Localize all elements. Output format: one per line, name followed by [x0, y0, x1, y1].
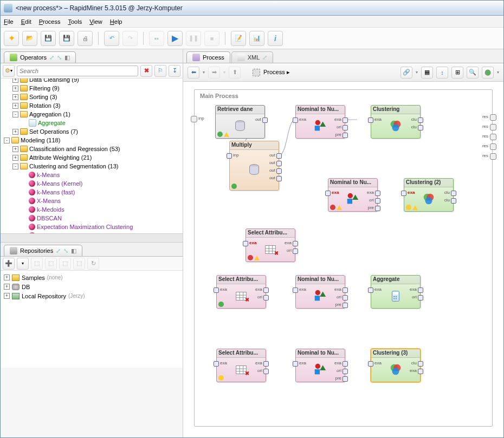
- repo-refresh-button[interactable]: ↻: [87, 258, 99, 270]
- expander-icon[interactable]: +: [12, 79, 18, 83]
- tree-row[interactable]: Expectation Maximization Clustering: [1, 223, 183, 231]
- tree-row[interactable]: -Clustering and Segmentation (13): [1, 162, 183, 171]
- out-port[interactable]: [343, 287, 348, 293]
- in-port[interactable]: [227, 153, 232, 159]
- pause-button[interactable]: ❚❚: [186, 31, 201, 46]
- expander-icon[interactable]: +: [12, 94, 18, 100]
- expander-icon[interactable]: +: [4, 284, 10, 290]
- tree-row[interactable]: +Classification and Regression (53): [1, 145, 183, 153]
- operators-tab[interactable]: Operators ⤢ ⤡ ◧: [4, 51, 76, 63]
- tree-row[interactable]: DBSCAN: [1, 214, 183, 223]
- out-port[interactable]: [343, 133, 348, 138]
- tree-row[interactable]: Aggregate: [1, 119, 183, 127]
- repo-btn5[interactable]: ⬚: [73, 258, 85, 270]
- repo-btn3[interactable]: ⬚: [45, 258, 57, 270]
- collapse-icon[interactable]: ⤢: [262, 54, 267, 61]
- menu-tools[interactable]: Tools: [68, 18, 82, 25]
- out-port[interactable]: [343, 125, 348, 130]
- run-button[interactable]: ▶: [167, 31, 183, 46]
- hscroll[interactable]: [1, 233, 183, 242]
- in-port[interactable]: [293, 287, 298, 293]
- operator-selattr1[interactable]: Select Attribu...✖exaexaori: [245, 228, 295, 262]
- out-port[interactable]: [263, 295, 269, 300]
- process-input-port[interactable]: [191, 116, 197, 122]
- expander-icon[interactable]: +: [12, 155, 18, 161]
- tree-row[interactable]: +Sorting (3): [1, 93, 183, 101]
- process-output-port[interactable]: [490, 124, 496, 130]
- out-port[interactable]: [375, 191, 380, 196]
- process-canvas[interactable]: Main Process inp Retrieve daneoutNominal…: [194, 89, 493, 427]
- in-port[interactable]: [368, 287, 373, 293]
- operator-nom4[interactable]: Nominal to Nu...exaexaoripre: [295, 349, 345, 382]
- expand-icon[interactable]: ⤡: [57, 54, 62, 61]
- menu-edit[interactable]: Edit: [21, 18, 31, 25]
- pin-icon[interactable]: ◧: [64, 54, 70, 61]
- operator-multiply[interactable]: Multiplyinpoutoutoutout: [229, 141, 279, 191]
- out-port[interactable]: [418, 369, 423, 374]
- out-port[interactable]: [343, 303, 348, 308]
- tree-row[interactable]: +Filtering (9): [1, 84, 183, 93]
- operator-nom1[interactable]: Nominal to Nu...exaexaoripre: [295, 105, 345, 139]
- xml-tab[interactable]: XML ⤢: [231, 51, 274, 63]
- out-port[interactable]: [451, 198, 456, 204]
- collapse-icon[interactable]: ⤢: [49, 54, 54, 61]
- menu-file[interactable]: File: [4, 18, 14, 25]
- repo-row[interactable]: +Samples (none): [4, 273, 179, 282]
- out-port[interactable]: [263, 361, 269, 367]
- filter-dropdown[interactable]: ⚙▾: [3, 65, 15, 77]
- operator-nom3[interactable]: Nominal to Nu...exaexaoripre: [295, 275, 345, 309]
- tree-row[interactable]: k-Medoids: [1, 205, 183, 214]
- in-port[interactable]: [368, 361, 373, 367]
- nav-back-button[interactable]: ⬅: [188, 67, 199, 79]
- results-view-button[interactable]: 📊: [249, 31, 264, 46]
- in-port[interactable]: [214, 361, 219, 367]
- tree-row[interactable]: +Set Operations (7): [1, 127, 183, 136]
- expand-icon[interactable]: ⤡: [63, 247, 68, 254]
- in-port[interactable]: [293, 117, 298, 123]
- collapse-icon[interactable]: ⤢: [56, 247, 61, 254]
- tree-row[interactable]: -Modeling (118): [1, 136, 183, 145]
- process-output-port[interactable]: [490, 143, 496, 150]
- operator-aggregate[interactable]: Aggregateexaexaori: [371, 275, 421, 309]
- nav-fwd-button[interactable]: ➡: [208, 67, 220, 79]
- repositories-tab[interactable]: Repositories ⤢ ⤡ ◧: [4, 245, 82, 256]
- tree-row[interactable]: +Data Cleansing (9): [1, 79, 183, 84]
- edit-view-button[interactable]: 📝: [231, 31, 246, 46]
- out-port[interactable]: [262, 117, 268, 123]
- expander-icon[interactable]: +: [12, 146, 18, 152]
- clear-search-button[interactable]: ✖: [140, 65, 152, 77]
- out-port[interactable]: [418, 125, 423, 130]
- in-port[interactable]: [325, 191, 331, 196]
- nav-up-button[interactable]: ⬆: [229, 67, 241, 79]
- operator-retrieve[interactable]: Retrieve daneout: [215, 105, 265, 139]
- repo-btn4[interactable]: ⬚: [59, 258, 71, 270]
- out-port[interactable]: [276, 176, 282, 181]
- operators-tree[interactable]: +Data Cleansing (9)+Filtering (9)+Sortin…: [1, 79, 183, 233]
- layout-button[interactable]: ▦: [421, 67, 433, 79]
- out-port[interactable]: [263, 287, 269, 293]
- search-input[interactable]: [17, 66, 138, 76]
- in-port[interactable]: [214, 287, 219, 293]
- save-as-button[interactable]: 💾: [59, 31, 74, 46]
- info-button[interactable]: i: [268, 31, 283, 46]
- operator-clust1[interactable]: Clusteringexacluclu: [371, 105, 421, 139]
- add-repo-button[interactable]: ➕: [3, 258, 15, 270]
- process-tab[interactable]: Process: [186, 51, 230, 63]
- tree-row[interactable]: +Rotation (3): [1, 101, 183, 110]
- open-button[interactable]: 📂: [22, 31, 37, 46]
- out-port[interactable]: [343, 295, 348, 300]
- stop-button[interactable]: ■: [204, 31, 219, 46]
- repo-btn2[interactable]: ⬚: [31, 258, 43, 270]
- linkview-button[interactable]: 🔗: [400, 67, 412, 79]
- save-button[interactable]: 💾: [41, 31, 56, 46]
- operator-clust3[interactable]: Clustering (3)exacluexa: [371, 349, 421, 382]
- print-button[interactable]: 🖨: [77, 31, 93, 46]
- process-output-port[interactable]: [490, 134, 496, 140]
- repo-dropdown-button[interactable]: ▾: [17, 258, 29, 270]
- new-button[interactable]: ✦: [4, 31, 19, 46]
- autowire-button[interactable]: ⬤: [482, 67, 494, 79]
- expander-icon[interactable]: +: [12, 103, 18, 109]
- expander-icon[interactable]: -: [12, 164, 18, 169]
- in-port[interactable]: [401, 191, 406, 196]
- expander-icon[interactable]: -: [12, 112, 18, 117]
